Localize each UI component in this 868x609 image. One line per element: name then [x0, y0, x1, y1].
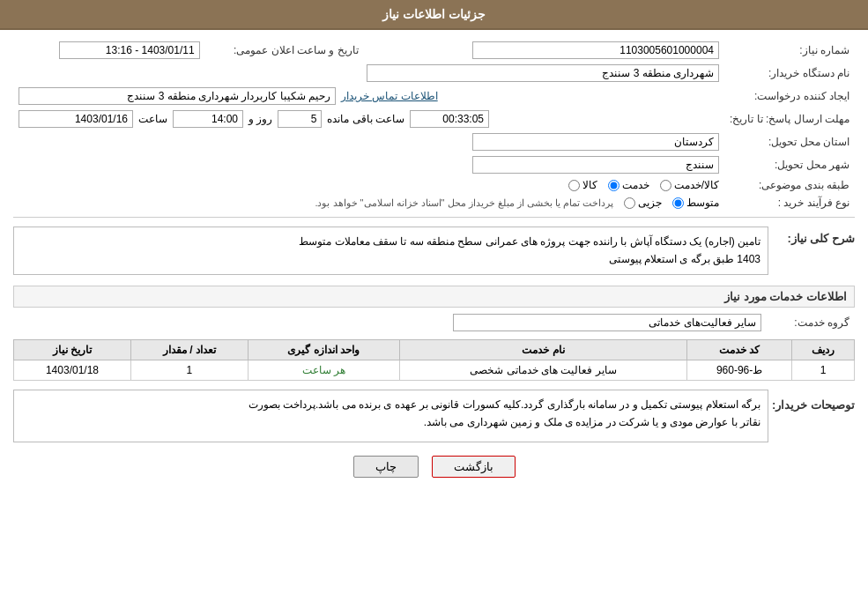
summary-line2: 1403 طبق برگه ی استعلام پیوستی: [21, 250, 760, 268]
buyer-notes-label: توصیحات خریدار:: [775, 398, 855, 412]
category-goods[interactable]: کالا: [568, 179, 597, 191]
col-name: نام خدمت: [399, 339, 686, 360]
need-number-row: شماره نیاز: تاریخ و ساعت اعلان عمومی:: [13, 39, 855, 62]
buyer-org-cell: [13, 62, 724, 85]
remaining-label: ساعت باقی مانده: [327, 113, 404, 125]
services-table-body: 1 ط-96-960 سایر فعالیت های خدماتی شخصی ه…: [14, 360, 855, 380]
process-medium-label: متوسط: [686, 197, 719, 209]
services-data-table: ردیف کد خدمت نام خدمت واحد اندازه گیری ت…: [13, 339, 855, 381]
city-input[interactable]: [472, 156, 719, 174]
category-goods-label: کالا: [582, 179, 597, 191]
summary-line1: تامین (اجاره) یک دستگاه آپاش با راننده ج…: [21, 233, 760, 250]
remaining-time-input[interactable]: [410, 110, 489, 128]
process-type-cell: متوسط جزیی پرداخت تمام یا بخشی از مبلغ خ…: [13, 194, 724, 212]
page-wrapper: جزئیات اطلاعات نیاز شماره نیاز: تاریخ و …: [0, 0, 868, 609]
category-service[interactable]: خدمت: [608, 179, 649, 191]
time-label: ساعت: [138, 113, 167, 125]
service-group-row: گروه خدمت:: [13, 311, 855, 334]
service-group-label: گروه خدمت:: [767, 311, 855, 334]
days-label: روز و: [249, 113, 272, 125]
province-cell: [13, 130, 724, 153]
deadline-cell: ساعت باقی مانده روز و ساعت: [13, 108, 724, 130]
process-type-label: نوع فرآیند خرید :: [724, 194, 855, 212]
deadline-label: مهلت ارسال پاسخ: تا تاریخ:: [724, 108, 855, 130]
cell-date: 1403/01/18: [14, 360, 131, 380]
need-number-cell: [399, 39, 724, 62]
process-note: پرداخت تمام یا بخشی از مبلغ خریداز محل "…: [315, 197, 613, 209]
buyer-notes-box: برگه استعلام پیوستی تکمیل و در سامانه با…: [13, 390, 768, 442]
city-cell: [13, 153, 724, 176]
back-button[interactable]: بازگشت: [432, 456, 516, 478]
process-type-row: نوع فرآیند خرید : متوسط جزیی: [13, 194, 855, 212]
col-row-num: ردیف: [792, 339, 855, 360]
requester-label: ایجاد کننده درخواست:: [724, 85, 855, 108]
city-label: شهر محل تحویل:: [724, 153, 855, 176]
category-service-radio[interactable]: [608, 180, 619, 191]
process-medium[interactable]: متوسط: [672, 197, 719, 209]
buyer-notes-section: توصیحات خریدار: برگه استعلام پیوستی تکمی…: [13, 390, 855, 442]
process-medium-radio[interactable]: [672, 197, 684, 209]
requester-cell: اطلاعات تماس خریدار: [13, 85, 724, 108]
process-partial-label: جزیی: [638, 197, 662, 209]
info-table: شماره نیاز: تاریخ و ساعت اعلان عمومی: نا…: [13, 39, 855, 212]
col-code: کد خدمت: [687, 339, 792, 360]
process-partial-radio[interactable]: [624, 197, 635, 209]
cell-qty: 1: [130, 360, 248, 380]
cell-row-num: 1: [792, 360, 855, 380]
buyer-org-row: نام دستگاه خریدار:: [13, 62, 855, 85]
category-goods-service[interactable]: کالا/خدمت: [660, 179, 719, 191]
province-input[interactable]: [472, 133, 719, 151]
divider1: [13, 217, 855, 218]
requester-input[interactable]: [19, 87, 336, 105]
category-service-label: خدمت: [622, 179, 649, 191]
summary-section: شرح کلی نیاز: تامین (اجاره) یک دستگاه آپ…: [13, 223, 855, 279]
table-row: 1 ط-96-960 سایر فعالیت های خدماتی شخصی ه…: [14, 360, 855, 380]
cell-unit: هر ساعت: [248, 360, 399, 380]
category-goods-radio[interactable]: [568, 180, 580, 191]
page-title: جزئیات اطلاعات نیاز: [382, 7, 486, 21]
need-number-label: شماره نیاز:: [724, 39, 855, 62]
spacer1: [364, 39, 399, 62]
requester-row: ایجاد کننده درخواست: اطلاعات تماس خریدار: [13, 85, 855, 108]
need-number-input[interactable]: [472, 41, 719, 59]
announce-label: تاریخ و ساعت اعلان عمومی:: [205, 39, 364, 62]
deadline-time-input[interactable]: [173, 110, 243, 128]
province-label: استان محل تحویل:: [724, 130, 855, 153]
buyer-org-label: نام دستگاه خریدار:: [724, 62, 855, 85]
announce-cell: [13, 39, 205, 62]
cell-code: ط-96-960: [687, 360, 792, 380]
province-row: استان محل تحویل:: [13, 130, 855, 153]
page-header: جزئیات اطلاعات نیاز: [0, 0, 868, 30]
buyer-notes-line2: نقاتر با عوارض مودی و یا شرکت در مزایده …: [21, 413, 760, 431]
services-header-row: ردیف کد خدمت نام خدمت واحد اندازه گیری ت…: [14, 339, 855, 360]
category-goods-service-radio[interactable]: [660, 180, 671, 191]
summary-title: شرح کلی نیاز:: [775, 232, 855, 245]
print-button[interactable]: چاپ: [353, 456, 419, 478]
services-section-header: اطلاعات خدمات مورد نیاز: [13, 286, 855, 308]
buyer-org-input[interactable]: [367, 64, 719, 82]
days-input[interactable]: [278, 110, 322, 128]
buyer-notes-line1: برگه استعلام پیوستی تکمیل و در سامانه با…: [21, 396, 760, 413]
cell-name: سایر فعالیت های خدماتی شخصی: [399, 360, 686, 380]
category-row: طبقه بندی موضوعی: کالا/خدمت خدمت کالا: [13, 176, 855, 194]
service-group-cell: [13, 311, 767, 334]
city-row: شهر محل تحویل:: [13, 153, 855, 176]
category-goods-service-label: کالا/خدمت: [674, 179, 719, 191]
category-label: طبقه بندی موضوعی:: [724, 176, 855, 194]
deadline-row: مهلت ارسال پاسخ: تا تاریخ: ساعت باقی مان…: [13, 108, 855, 130]
deadline-date-input[interactable]: [19, 110, 133, 128]
bottom-buttons: بازگشت چاپ: [13, 456, 855, 478]
process-partial[interactable]: جزیی: [624, 197, 662, 209]
service-group-input[interactable]: [453, 314, 761, 331]
main-content: شماره نیاز: تاریخ و ساعت اعلان عمومی: نا…: [0, 30, 868, 495]
services-group-table: گروه خدمت:: [13, 311, 855, 334]
col-unit: واحد اندازه گیری: [248, 339, 399, 360]
col-qty: تعداد / مقدار: [130, 339, 248, 360]
announce-input[interactable]: [59, 41, 200, 59]
contact-link[interactable]: اطلاعات تماس خریدار: [341, 90, 438, 102]
category-cell: کالا/خدمت خدمت کالا: [13, 176, 724, 194]
services-table-head: ردیف کد خدمت نام خدمت واحد اندازه گیری ت…: [14, 339, 855, 360]
col-date: تاریخ نیاز: [14, 339, 131, 360]
summary-description: تامین (اجاره) یک دستگاه آپاش با راننده ج…: [13, 227, 768, 275]
